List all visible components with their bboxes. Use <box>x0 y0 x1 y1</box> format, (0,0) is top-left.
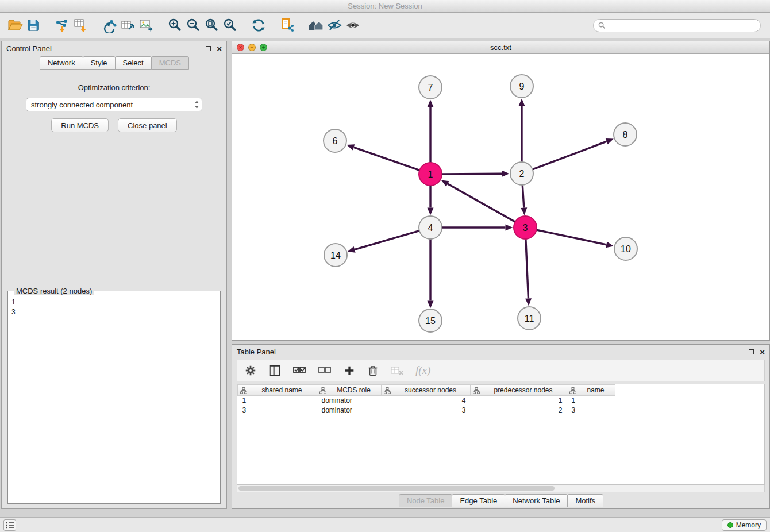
first-neighbors-icon <box>307 17 325 33</box>
tab-select[interactable]: Select <box>115 56 152 70</box>
export-image-button[interactable] <box>137 16 155 34</box>
delete-column-button[interactable] <box>367 363 379 378</box>
list-icon <box>6 522 14 529</box>
graph-edge-1-2[interactable] <box>442 174 502 174</box>
edge-arrowhead <box>502 171 509 177</box>
horizontal-scrollbar[interactable] <box>237 485 765 492</box>
column-header-name[interactable]: name <box>567 385 615 396</box>
table-cell: dominator <box>317 396 382 406</box>
column-header-mcds-role[interactable]: MCDS role <box>317 385 382 396</box>
graph-node-label: 1 <box>428 169 433 179</box>
table-cell: 4 <box>382 396 471 406</box>
graph-edge-3-1[interactable] <box>448 184 515 222</box>
tab-style[interactable]: Style <box>83 56 116 70</box>
status-bar: Memory <box>0 517 770 532</box>
zoom-out-button[interactable] <box>184 16 202 34</box>
delete-table-button-disabled <box>390 363 404 378</box>
column-type-icon <box>569 387 576 396</box>
edge-arrowhead <box>606 241 614 248</box>
select-all-columns-button[interactable] <box>292 363 306 378</box>
close-panel-icon[interactable]: × <box>760 348 765 356</box>
plus-icon <box>343 364 356 377</box>
zoom-selected-button[interactable] <box>221 16 239 34</box>
gear-icon <box>244 364 257 377</box>
graph-node-label: 14 <box>330 250 341 260</box>
column-type-icon <box>473 387 480 396</box>
open-file-button[interactable] <box>6 16 24 34</box>
run-mcds-button[interactable]: Run MCDS <box>51 118 109 132</box>
zoom-in-button[interactable] <box>165 16 184 34</box>
new-network-from-selection-button[interactable] <box>100 16 118 34</box>
column-header-successor-nodes[interactable]: successor nodes <box>382 385 471 396</box>
zoom-fit-button[interactable] <box>202 16 221 34</box>
mcds-buttons: Run MCDS Close panel <box>51 118 176 132</box>
deselect-all-columns-button[interactable] <box>318 363 332 378</box>
hide-selected-button[interactable] <box>325 16 344 34</box>
unchecked-boxes-icon <box>318 365 332 376</box>
export-table-button[interactable] <box>118 16 137 34</box>
refresh-view-button[interactable] <box>249 16 268 34</box>
float-panel-icon[interactable] <box>749 349 754 354</box>
minimize-window-button[interactable]: − <box>248 44 256 51</box>
import-table-button[interactable] <box>71 16 90 34</box>
create-column-button[interactable] <box>343 363 356 378</box>
tab-mcds[interactable]: MCDS <box>151 56 189 70</box>
table-panel-title: Table Panel <box>237 348 276 356</box>
table-row[interactable]: 3dominator323 <box>238 406 615 415</box>
table-settings-button[interactable] <box>244 363 257 378</box>
eye-slash-icon <box>326 17 342 33</box>
tab-edge-table[interactable]: Edge Table <box>452 494 505 507</box>
table-cell: 3 <box>238 406 317 415</box>
float-panel-icon[interactable] <box>206 46 211 51</box>
tab-motifs[interactable]: Motifs <box>567 494 603 507</box>
import-table-icon <box>72 17 88 33</box>
column-header-shared-name[interactable]: shared name <box>238 385 317 396</box>
trash-icon <box>367 364 379 377</box>
show-column-panel-button[interactable] <box>268 363 281 378</box>
network-window-titlebar: × − + scc.txt <box>232 41 769 54</box>
save-icon <box>26 18 41 33</box>
scrollbar-thumb[interactable] <box>238 486 555 491</box>
memory-label: Memory <box>736 521 761 529</box>
graph-edge-2-3[interactable] <box>522 185 524 208</box>
graph-edge-2-8[interactable] <box>533 141 607 169</box>
first-neighbors-button[interactable] <box>307 16 325 34</box>
graph-edge-3-11[interactable] <box>526 239 529 299</box>
table-row[interactable]: 1dominator411 <box>238 396 615 406</box>
graph-node-label: 11 <box>525 314 534 323</box>
network-view-window: × − + scc.txt 7968124314101511 <box>232 41 770 341</box>
export-image-icon <box>138 17 154 33</box>
network-canvas[interactable]: 7968124314101511 <box>232 54 769 340</box>
graph-node-label: 3 <box>523 223 528 233</box>
search-input[interactable] <box>609 21 756 29</box>
edge-arrowhead <box>525 298 532 306</box>
tab-node-table[interactable]: Node Table <box>399 494 453 507</box>
tab-network-table[interactable]: Network Table <box>505 494 568 507</box>
copy-network-view-button[interactable] <box>278 16 297 34</box>
graph-edge-4-14[interactable] <box>355 231 419 250</box>
column-header-predecessor-nodes[interactable]: predecessor nodes <box>471 385 567 396</box>
control-panel-header: Control Panel × <box>2 41 226 55</box>
graph-edge-3-10[interactable] <box>537 230 607 245</box>
edge-arrowhead <box>348 246 356 253</box>
import-network-button[interactable] <box>53 16 71 34</box>
edge-arrowhead <box>428 301 434 309</box>
zoom-window-button[interactable]: + <box>260 44 267 51</box>
graph-node-label: 8 <box>623 130 628 140</box>
mcds-result-line: 3 <box>11 307 217 317</box>
graph-edge-1-6[interactable] <box>354 147 420 170</box>
edge-arrowhead <box>606 138 614 144</box>
eye-icon <box>345 17 361 33</box>
memory-button[interactable]: Memory <box>722 519 767 531</box>
show-graphics-details-button[interactable] <box>344 16 362 34</box>
mcds-result-box[interactable]: MCDS result (2 nodes) 13 <box>7 287 221 504</box>
save-session-button[interactable] <box>24 16 43 34</box>
close-window-button[interactable]: × <box>237 44 244 51</box>
tab-network[interactable]: Network <box>40 56 83 70</box>
close-panel-button[interactable]: Close panel <box>118 118 177 132</box>
close-panel-icon[interactable]: × <box>217 44 222 53</box>
optimization-dropdown[interactable]: strongly connected component <box>26 98 202 111</box>
show-task-history-button[interactable] <box>3 519 16 531</box>
table-cell: 2 <box>471 406 567 415</box>
refresh-icon <box>251 17 267 33</box>
